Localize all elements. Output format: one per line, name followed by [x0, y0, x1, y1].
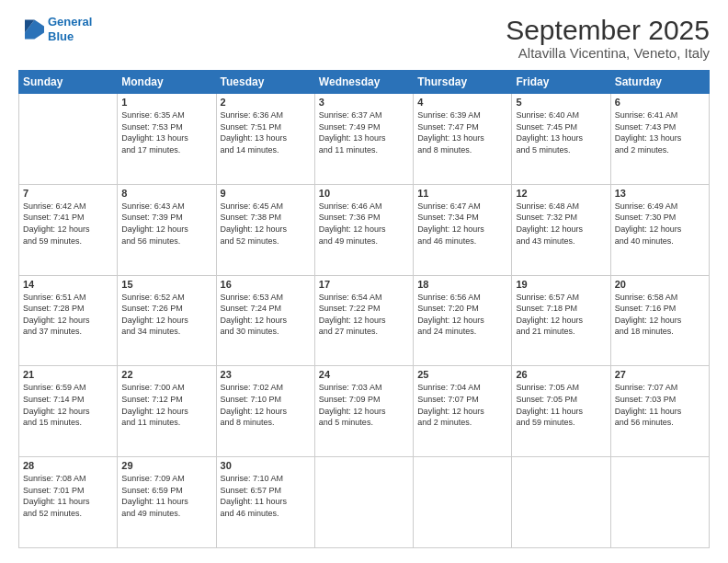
weekday-header-tuesday: Tuesday	[216, 71, 314, 94]
day-info: Sunrise: 6:43 AMSunset: 7:39 PMDaylight:…	[121, 201, 211, 247]
page: General Blue September 2025 Altavilla Vi…	[0, 0, 728, 563]
calendar-cell: 14Sunrise: 6:51 AMSunset: 7:28 PMDayligh…	[19, 275, 118, 366]
day-info: Sunrise: 6:40 AMSunset: 7:45 PMDaylight:…	[516, 109, 606, 155]
day-number: 24	[319, 369, 409, 380]
calendar-cell: 27Sunrise: 7:07 AMSunset: 7:03 PMDayligh…	[610, 366, 709, 457]
day-info: Sunrise: 7:08 AMSunset: 7:01 PMDaylight:…	[23, 473, 113, 519]
day-number: 19	[516, 279, 606, 290]
day-info: Sunrise: 7:04 AMSunset: 7:07 PMDaylight:…	[417, 382, 507, 428]
day-info: Sunrise: 7:02 AMSunset: 7:10 PMDaylight:…	[221, 382, 311, 428]
calendar-week-row: 7Sunrise: 6:42 AMSunset: 7:41 PMDaylight…	[19, 184, 710, 275]
logo-line1: General	[48, 15, 92, 29]
day-info: Sunrise: 6:51 AMSunset: 7:28 PMDaylight:…	[23, 292, 113, 338]
day-number: 27	[615, 369, 705, 380]
day-info: Sunrise: 7:09 AMSunset: 6:59 PMDaylight:…	[121, 473, 211, 519]
calendar-cell: 26Sunrise: 7:05 AMSunset: 7:05 PMDayligh…	[512, 366, 610, 457]
day-info: Sunrise: 6:46 AMSunset: 7:36 PMDaylight:…	[319, 201, 409, 247]
day-number: 18	[417, 279, 507, 290]
calendar-cell: 28Sunrise: 7:08 AMSunset: 7:01 PMDayligh…	[19, 457, 118, 548]
calendar-cell: 20Sunrise: 6:58 AMSunset: 7:16 PMDayligh…	[610, 275, 709, 366]
calendar-cell	[314, 457, 413, 548]
calendar-cell: 2Sunrise: 6:36 AMSunset: 7:51 PMDaylight…	[216, 94, 314, 185]
calendar-cell: 6Sunrise: 6:41 AMSunset: 7:43 PMDaylight…	[610, 94, 709, 185]
calendar-cell: 24Sunrise: 7:03 AMSunset: 7:09 PMDayligh…	[314, 366, 413, 457]
day-info: Sunrise: 6:49 AMSunset: 7:30 PMDaylight:…	[615, 201, 705, 247]
day-number: 6	[615, 97, 705, 108]
day-info: Sunrise: 7:10 AMSunset: 6:57 PMDaylight:…	[221, 473, 311, 519]
day-info: Sunrise: 7:07 AMSunset: 7:03 PMDaylight:…	[615, 382, 705, 428]
weekday-header-friday: Friday	[512, 71, 610, 94]
day-number: 9	[221, 188, 311, 199]
calendar-cell: 17Sunrise: 6:54 AMSunset: 7:22 PMDayligh…	[314, 275, 413, 366]
day-info: Sunrise: 6:36 AMSunset: 7:51 PMDaylight:…	[221, 109, 311, 155]
calendar-cell: 16Sunrise: 6:53 AMSunset: 7:24 PMDayligh…	[216, 275, 314, 366]
calendar-cell: 3Sunrise: 6:37 AMSunset: 7:49 PMDaylight…	[314, 94, 413, 185]
day-number: 12	[516, 188, 606, 199]
logo: General Blue	[18, 15, 92, 43]
day-number: 26	[516, 369, 606, 380]
day-number: 20	[615, 279, 705, 290]
day-number: 4	[417, 97, 507, 108]
calendar-cell	[512, 457, 610, 548]
day-number: 3	[319, 97, 409, 108]
month-title: September 2025	[506, 15, 710, 45]
day-info: Sunrise: 6:45 AMSunset: 7:38 PMDaylight:…	[221, 201, 311, 247]
calendar-cell: 7Sunrise: 6:42 AMSunset: 7:41 PMDaylight…	[19, 184, 118, 275]
day-info: Sunrise: 6:53 AMSunset: 7:24 PMDaylight:…	[221, 292, 311, 338]
day-info: Sunrise: 6:35 AMSunset: 7:53 PMDaylight:…	[121, 109, 211, 155]
day-info: Sunrise: 6:52 AMSunset: 7:26 PMDaylight:…	[121, 292, 211, 338]
day-info: Sunrise: 7:03 AMSunset: 7:09 PMDaylight:…	[319, 382, 409, 428]
calendar-cell: 11Sunrise: 6:47 AMSunset: 7:34 PMDayligh…	[414, 184, 512, 275]
day-number: 23	[221, 369, 311, 380]
day-info: Sunrise: 6:39 AMSunset: 7:47 PMDaylight:…	[417, 109, 507, 155]
calendar-cell: 1Sunrise: 6:35 AMSunset: 7:53 PMDaylight…	[118, 94, 216, 185]
day-number: 15	[121, 279, 211, 290]
day-number: 29	[121, 460, 211, 471]
location-title: Altavilla Vicentina, Veneto, Italy	[506, 45, 710, 61]
logo-text: General Blue	[48, 15, 92, 43]
calendar-cell: 10Sunrise: 6:46 AMSunset: 7:36 PMDayligh…	[314, 184, 413, 275]
day-info: Sunrise: 6:41 AMSunset: 7:43 PMDaylight:…	[615, 109, 705, 155]
day-info: Sunrise: 6:58 AMSunset: 7:16 PMDaylight:…	[615, 292, 705, 338]
calendar-cell: 18Sunrise: 6:56 AMSunset: 7:20 PMDayligh…	[414, 275, 512, 366]
day-number: 16	[221, 279, 311, 290]
day-number: 8	[121, 188, 211, 199]
calendar-cell	[414, 457, 512, 548]
calendar-cell: 23Sunrise: 7:02 AMSunset: 7:10 PMDayligh…	[216, 366, 314, 457]
calendar-cell: 13Sunrise: 6:49 AMSunset: 7:30 PMDayligh…	[610, 184, 709, 275]
day-number: 13	[615, 188, 705, 199]
day-info: Sunrise: 6:42 AMSunset: 7:41 PMDaylight:…	[23, 201, 113, 247]
calendar-cell: 4Sunrise: 6:39 AMSunset: 7:47 PMDaylight…	[414, 94, 512, 185]
day-number: 28	[23, 460, 113, 471]
day-number: 10	[319, 188, 409, 199]
calendar-cell	[610, 457, 709, 548]
day-info: Sunrise: 7:00 AMSunset: 7:12 PMDaylight:…	[121, 382, 211, 428]
day-info: Sunrise: 7:05 AMSunset: 7:05 PMDaylight:…	[516, 382, 606, 428]
calendar-cell: 12Sunrise: 6:48 AMSunset: 7:32 PMDayligh…	[512, 184, 610, 275]
day-info: Sunrise: 6:54 AMSunset: 7:22 PMDaylight:…	[319, 292, 409, 338]
header: General Blue September 2025 Altavilla Vi…	[18, 15, 710, 61]
day-info: Sunrise: 6:59 AMSunset: 7:14 PMDaylight:…	[23, 382, 113, 428]
calendar-week-row: 1Sunrise: 6:35 AMSunset: 7:53 PMDaylight…	[19, 94, 710, 185]
calendar-cell: 30Sunrise: 7:10 AMSunset: 6:57 PMDayligh…	[216, 457, 314, 548]
title-area: September 2025 Altavilla Vicentina, Vene…	[506, 15, 710, 61]
calendar-cell: 29Sunrise: 7:09 AMSunset: 6:59 PMDayligh…	[118, 457, 216, 548]
day-number: 5	[516, 97, 606, 108]
logo-line2: Blue	[48, 29, 74, 43]
day-number: 21	[23, 369, 113, 380]
calendar-week-row: 28Sunrise: 7:08 AMSunset: 7:01 PMDayligh…	[19, 457, 710, 548]
calendar-week-row: 14Sunrise: 6:51 AMSunset: 7:28 PMDayligh…	[19, 275, 710, 366]
day-info: Sunrise: 6:56 AMSunset: 7:20 PMDaylight:…	[417, 292, 507, 338]
calendar-table: SundayMondayTuesdayWednesdayThursdayFrid…	[18, 70, 710, 548]
calendar-cell	[19, 94, 118, 185]
day-info: Sunrise: 6:47 AMSunset: 7:34 PMDaylight:…	[417, 201, 507, 247]
day-number: 11	[417, 188, 507, 199]
day-number: 14	[23, 279, 113, 290]
day-number: 30	[221, 460, 311, 471]
day-info: Sunrise: 6:37 AMSunset: 7:49 PMDaylight:…	[319, 109, 409, 155]
weekday-header-saturday: Saturday	[610, 71, 709, 94]
calendar-cell: 19Sunrise: 6:57 AMSunset: 7:18 PMDayligh…	[512, 275, 610, 366]
weekday-header-thursday: Thursday	[414, 71, 512, 94]
logo-icon	[18, 17, 44, 42]
calendar-cell: 5Sunrise: 6:40 AMSunset: 7:45 PMDaylight…	[512, 94, 610, 185]
